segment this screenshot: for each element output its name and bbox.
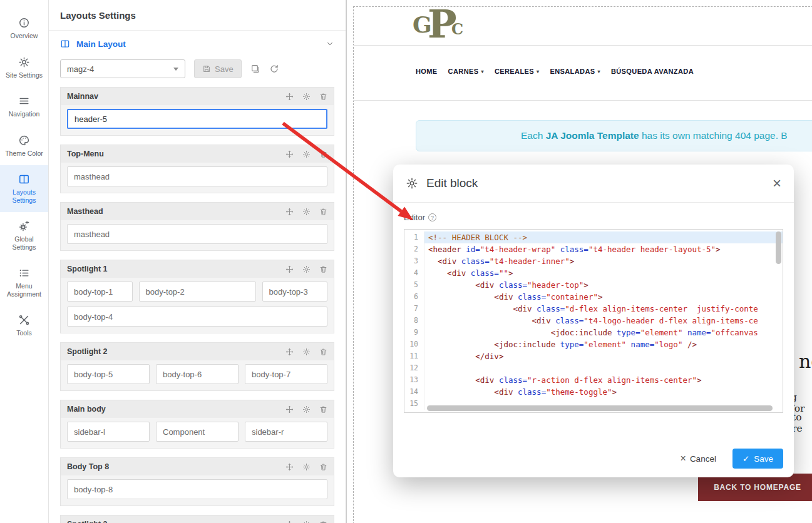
alert-text-prefix: Each bbox=[521, 130, 546, 141]
sidebar-item-label: Menu Assignment bbox=[3, 282, 46, 298]
help-icon[interactable]: ? bbox=[428, 213, 436, 221]
block-title: Spotlight 2 bbox=[67, 347, 108, 356]
code-line: 9 <jdoc:include type="element" name="off… bbox=[404, 327, 783, 338]
modal-body: Editor ? 1<!-- HEADER BLOCK -->2<header … bbox=[393, 203, 794, 413]
block-header: Spotlight 3 bbox=[61, 515, 334, 523]
sidebar-item-label: Global Settings bbox=[3, 235, 46, 251]
code-line-content: <div class="header-top"> bbox=[424, 279, 783, 291]
sidebar-item-navigation[interactable]: Navigation bbox=[0, 87, 48, 126]
back-to-homepage-button[interactable]: BACK TO HOMEPAGE bbox=[698, 474, 812, 501]
sidebar-item-menu-assignment[interactable]: Menu Assignment bbox=[0, 259, 48, 306]
position-input[interactable]: body-top-8 bbox=[67, 479, 327, 499]
code-line: 11 </div> bbox=[404, 350, 783, 362]
copy-icon[interactable] bbox=[250, 64, 260, 74]
clipped-text-fragment: g for bbox=[791, 392, 812, 414]
menu-item-label: CARNES bbox=[448, 68, 479, 75]
refresh-icon[interactable] bbox=[269, 64, 279, 74]
trash-icon[interactable] bbox=[319, 265, 327, 273]
position-input[interactable]: body-top-3 bbox=[262, 282, 328, 302]
menu-item-label: ENSALADAS bbox=[550, 68, 595, 75]
template-select[interactable]: magz-4 bbox=[60, 59, 185, 78]
move-icon[interactable] bbox=[285, 405, 294, 414]
position-input[interactable]: body-top-6 bbox=[156, 364, 239, 384]
position-input[interactable]: sidebar-l bbox=[67, 422, 150, 442]
menu-item-carnes[interactable]: CARNES▾ bbox=[448, 68, 484, 75]
code-line-content: <div class="theme-toggle"> bbox=[424, 386, 783, 398]
move-icon[interactable] bbox=[285, 265, 294, 273]
gear-icon bbox=[18, 56, 30, 68]
modal-header: Edit block × bbox=[393, 165, 794, 203]
position-input[interactable]: body-top-7 bbox=[245, 364, 327, 384]
layouts-settings-panel: Layouts Settings Main Layout magz-4 Save… bbox=[49, 0, 346, 523]
position-input[interactable]: masthead bbox=[67, 224, 327, 244]
block-row: body-top-4 bbox=[67, 307, 327, 327]
line-number: 6 bbox=[404, 291, 424, 303]
line-number: 10 bbox=[404, 338, 424, 350]
position-input[interactable]: sidebar-r bbox=[245, 422, 327, 442]
code-line-content bbox=[424, 362, 783, 374]
block-title: Top-Menu bbox=[67, 150, 104, 158]
sidebar-item-site-settings[interactable]: Site Settings bbox=[0, 48, 48, 88]
position-input[interactable]: body-top-1 bbox=[67, 282, 133, 302]
trash-icon[interactable] bbox=[319, 150, 327, 158]
position-input[interactable]: masthead bbox=[67, 166, 327, 186]
close-icon[interactable]: × bbox=[773, 176, 781, 191]
gear-icon[interactable] bbox=[302, 265, 311, 273]
move-icon[interactable] bbox=[285, 208, 294, 216]
sidebar-item-overview[interactable]: Overview bbox=[0, 9, 48, 48]
vertical-scrollbar[interactable] bbox=[776, 231, 781, 264]
gear-icon[interactable] bbox=[302, 93, 311, 101]
position-input[interactable]: body-top-2 bbox=[139, 282, 256, 302]
position-input[interactable]: body-top-5 bbox=[67, 364, 150, 384]
trash-icon[interactable] bbox=[319, 208, 327, 216]
menu-item-cereales[interactable]: CEREALES▾ bbox=[495, 68, 540, 75]
chevron-down-icon[interactable] bbox=[326, 39, 334, 48]
layout-blocks-list: Mainnavheader-5Top-MenumastheadMastheadm… bbox=[49, 86, 346, 523]
menu-item-home[interactable]: HOME bbox=[416, 68, 438, 75]
code-editor[interactable]: 1<!-- HEADER BLOCK -->2<header id="t4-he… bbox=[404, 229, 783, 413]
cancel-button[interactable]: × Cancel bbox=[681, 453, 716, 464]
sidebar-item-label: Site Settings bbox=[6, 71, 43, 79]
gear-icon[interactable] bbox=[302, 150, 311, 158]
block-row: sidebar-lComponentsidebar-r bbox=[67, 422, 327, 442]
site-logo[interactable]: G P C bbox=[413, 6, 481, 43]
sidebar-item-theme-color[interactable]: Theme Color bbox=[0, 126, 48, 166]
menu-item-ensaladas[interactable]: ENSALADAS▾ bbox=[550, 68, 600, 75]
trash-icon[interactable] bbox=[319, 463, 327, 471]
move-icon[interactable] bbox=[285, 520, 294, 523]
move-icon[interactable] bbox=[285, 348, 294, 356]
layout-block-masthead: Mastheadmasthead bbox=[60, 202, 334, 251]
gear-icon[interactable] bbox=[302, 348, 311, 356]
sidebar-item-label: Overview bbox=[11, 32, 38, 40]
block-title: Spotlight 1 bbox=[67, 265, 108, 273]
block-body: masthead bbox=[61, 163, 334, 193]
horizontal-scrollbar[interactable] bbox=[427, 405, 773, 411]
move-icon[interactable] bbox=[285, 93, 294, 101]
gear-icon[interactable] bbox=[302, 208, 311, 216]
cancel-x-icon: × bbox=[681, 453, 686, 464]
gear-icon[interactable] bbox=[302, 463, 311, 471]
move-icon[interactable] bbox=[285, 150, 294, 158]
gear-icon[interactable] bbox=[302, 405, 311, 414]
sidebar-item-tools[interactable]: Tools bbox=[0, 306, 48, 345]
position-input[interactable]: Component bbox=[156, 422, 239, 442]
code-line-content: <jdoc:include type="element" name="offca… bbox=[424, 327, 783, 338]
code-line-content: <div class=""> bbox=[424, 267, 783, 279]
trash-icon[interactable] bbox=[319, 348, 327, 356]
main-layout-toggle[interactable]: Main Layout bbox=[49, 31, 346, 57]
sidebar-item-global-settings[interactable]: Global Settings bbox=[0, 212, 48, 259]
modal-save-button[interactable]: ✓ Save bbox=[732, 449, 783, 469]
sidebar-item-layouts-settings[interactable]: Layouts Settings bbox=[0, 165, 48, 212]
position-input[interactable]: body-top-4 bbox=[67, 307, 327, 327]
position-input[interactable]: header-5 bbox=[67, 109, 327, 129]
caret-down-icon: ▾ bbox=[597, 69, 600, 74]
trash-icon[interactable] bbox=[319, 405, 327, 414]
menu-item-búsqueda-avanzada[interactable]: BÚSQUEDA AVANZADA bbox=[611, 68, 694, 75]
gear-icon[interactable] bbox=[302, 520, 311, 523]
move-icon[interactable] bbox=[285, 463, 294, 471]
404-alert-text: Each JA Joomla Template has its own matc… bbox=[521, 121, 788, 151]
code-line: 3 <div class="t4-header-inner"> bbox=[404, 255, 783, 267]
layout-save-button[interactable]: Save bbox=[194, 59, 242, 78]
trash-icon[interactable] bbox=[319, 520, 327, 523]
trash-icon[interactable] bbox=[319, 93, 327, 101]
